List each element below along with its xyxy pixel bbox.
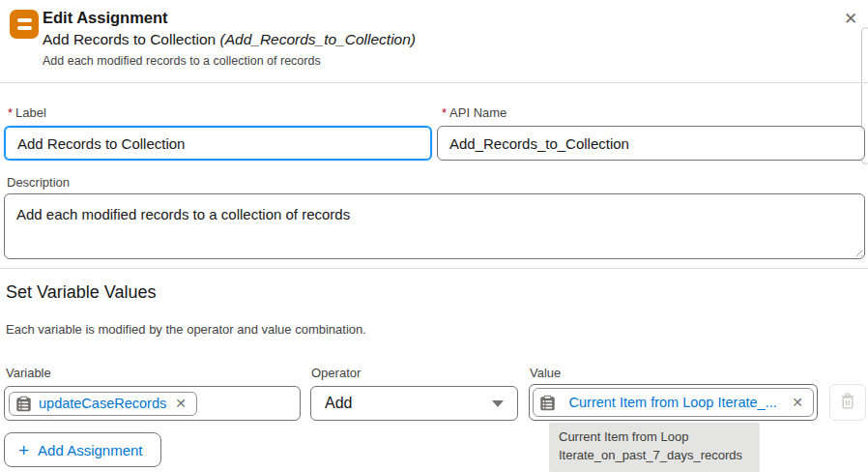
trash-icon: [840, 393, 855, 412]
operator-selected-value: Add: [325, 395, 352, 412]
section-divider: [0, 268, 868, 269]
add-assignment-label: Add Assignment: [38, 442, 142, 458]
variable-pill-label: updateCaseRecords: [39, 396, 166, 411]
dialog-title: Edit Assignment: [43, 9, 168, 27]
header-divider: [0, 82, 868, 83]
required-asterisk: *: [8, 105, 13, 120]
edit-assignment-dialog: Edit Assignment Add Records to Collectio…: [0, 0, 868, 472]
delete-assignment-button[interactable]: [829, 384, 866, 421]
chevron-down-icon: [492, 400, 504, 407]
element-description: Add each modified records to a collectio…: [43, 54, 321, 68]
api-name-field-label-text: API Name: [449, 105, 506, 120]
element-api-name: (Add_Records_to_Collection): [220, 31, 416, 47]
api-name-input[interactable]: [437, 126, 865, 161]
element-name-subtitle: Add Records to Collection (Add_Records_t…: [43, 31, 416, 48]
variable-pill[interactable]: updateCaseRecords ✕: [9, 392, 197, 416]
variable-column-label: Variable: [6, 366, 51, 380]
record-collection-icon: [15, 396, 32, 412]
value-pill-label: Current Item from Loop Iterate_...: [569, 395, 777, 410]
variable-combobox[interactable]: updateCaseRecords ✕: [4, 386, 301, 421]
close-icon[interactable]: ✕: [839, 8, 862, 31]
api-name-field-label: *API Name: [442, 105, 506, 120]
label-field-label: *Label: [8, 105, 46, 120]
tooltip-line-2: Iterate_on_past_7_days_records: [559, 447, 750, 465]
remove-variable-icon[interactable]: ✕: [173, 397, 188, 410]
label-input[interactable]: [4, 126, 432, 161]
description-textarea[interactable]: Add each modified records to a collectio…: [4, 193, 865, 259]
section-title: Set Variable Values: [6, 282, 156, 303]
tooltip-line-1: Current Item from Loop: [559, 428, 750, 447]
value-combobox[interactable]: Current Item from Loop Iterate_... ✕: [529, 384, 818, 421]
add-assignment-button[interactable]: + Add Assignment: [4, 432, 161, 467]
operator-column-label: Operator: [311, 366, 361, 380]
remove-value-icon[interactable]: ✕: [790, 396, 805, 409]
plus-icon: +: [18, 441, 29, 459]
label-field-label-text: Label: [15, 105, 46, 120]
element-label: Add Records to Collection: [43, 31, 220, 47]
section-subtitle: Each variable is modified by the operato…: [6, 322, 366, 337]
record-collection-icon: [539, 395, 556, 411]
required-asterisk: *: [442, 105, 447, 120]
value-pill[interactable]: Current Item from Loop Iterate_... ✕: [533, 388, 814, 417]
description-field-label: Description: [7, 175, 70, 190]
operator-dropdown[interactable]: Add: [310, 386, 518, 421]
assignment-element-icon: [10, 10, 39, 39]
value-column-label: Value: [530, 366, 561, 380]
value-tooltip: Current Item from Loop Iterate_on_past_7…: [549, 423, 760, 472]
